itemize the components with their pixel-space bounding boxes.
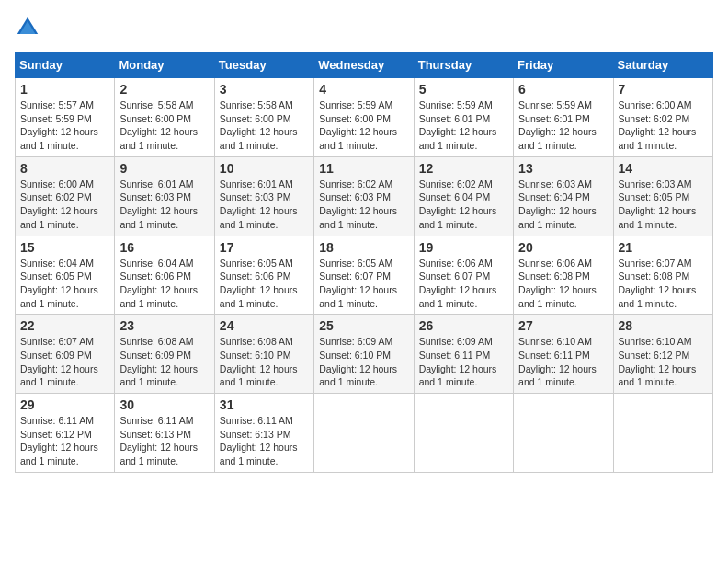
day-number: 4 [319, 82, 408, 97]
day-detail: Sunrise: 6:00 AMSunset: 6:02 PMDaylight:… [20, 178, 98, 230]
day-detail: Sunrise: 5:58 AMSunset: 6:00 PMDaylight:… [119, 99, 198, 151]
day-detail: Sunrise: 5:59 AMSunset: 6:01 PMDaylight:… [419, 99, 497, 151]
day-detail: Sunrise: 6:10 AMSunset: 6:11 PMDaylight:… [518, 336, 597, 387]
day-number: 6 [518, 82, 608, 97]
calendar-cell: 28 Sunrise: 6:10 AMSunset: 6:12 PMDaylig… [613, 315, 712, 394]
day-number: 30 [119, 397, 209, 412]
day-number: 27 [518, 318, 608, 333]
day-detail: Sunrise: 6:05 AMSunset: 6:07 PMDaylight:… [319, 258, 397, 309]
calendar-cell: 29 Sunrise: 6:11 AMSunset: 6:12 PMDaylig… [16, 394, 115, 473]
calendar-week-5: 29 Sunrise: 6:11 AMSunset: 6:12 PMDaylig… [16, 394, 713, 473]
calendar-cell: 19 Sunrise: 6:06 AMSunset: 6:07 PMDaylig… [414, 236, 513, 315]
day-number: 3 [220, 82, 309, 97]
day-detail: Sunrise: 6:06 AMSunset: 6:07 PMDaylight:… [419, 258, 497, 309]
calendar-cell: 21 Sunrise: 6:07 AMSunset: 6:08 PMDaylig… [613, 236, 712, 315]
page-header [15, 15, 713, 40]
day-detail: Sunrise: 6:08 AMSunset: 6:09 PMDaylight:… [119, 336, 198, 387]
day-number: 23 [119, 318, 209, 333]
calendar-cell: 14 Sunrise: 6:03 AMSunset: 6:05 PMDaylig… [613, 156, 712, 236]
weekday-header-sunday: Sunday [16, 52, 115, 78]
calendar-cell [314, 394, 414, 473]
calendar-cell: 10 Sunrise: 6:01 AMSunset: 6:03 PMDaylig… [214, 156, 313, 236]
day-number: 19 [419, 240, 508, 255]
day-detail: Sunrise: 5:59 AMSunset: 6:01 PMDaylight:… [518, 99, 597, 151]
logo [15, 15, 44, 40]
day-detail: Sunrise: 5:58 AMSunset: 6:00 PMDaylight:… [220, 99, 298, 151]
day-number: 5 [419, 82, 508, 97]
calendar-cell: 13 Sunrise: 6:03 AMSunset: 6:04 PMDaylig… [514, 156, 613, 236]
day-detail: Sunrise: 6:09 AMSunset: 6:11 PMDaylight:… [419, 336, 497, 387]
day-detail: Sunrise: 6:04 AMSunset: 6:05 PMDaylight:… [20, 258, 98, 309]
calendar-cell [514, 394, 613, 473]
day-detail: Sunrise: 5:57 AMSunset: 5:59 PMDaylight:… [20, 99, 98, 151]
calendar-cell: 30 Sunrise: 6:11 AMSunset: 6:13 PMDaylig… [115, 394, 214, 473]
day-number: 20 [518, 240, 608, 255]
day-detail: Sunrise: 5:59 AMSunset: 6:00 PMDaylight:… [319, 99, 397, 151]
day-number: 14 [619, 161, 708, 176]
calendar-cell: 27 Sunrise: 6:10 AMSunset: 6:11 PMDaylig… [514, 315, 613, 394]
calendar-week-4: 22 Sunrise: 6:07 AMSunset: 6:09 PMDaylig… [16, 315, 713, 394]
weekday-header-wednesday: Wednesday [314, 52, 414, 78]
day-number: 11 [319, 161, 408, 176]
calendar-cell: 20 Sunrise: 6:06 AMSunset: 6:08 PMDaylig… [514, 236, 613, 315]
calendar-week-3: 15 Sunrise: 6:04 AMSunset: 6:05 PMDaylig… [16, 236, 713, 315]
weekday-header-row: SundayMondayTuesdayWednesdayThursdayFrid… [16, 52, 713, 78]
day-number: 13 [518, 161, 608, 176]
day-number: 9 [119, 161, 209, 176]
day-detail: Sunrise: 6:07 AMSunset: 6:09 PMDaylight:… [20, 336, 98, 387]
calendar-week-2: 8 Sunrise: 6:00 AMSunset: 6:02 PMDayligh… [16, 156, 713, 236]
day-detail: Sunrise: 6:06 AMSunset: 6:08 PMDaylight:… [518, 258, 597, 309]
calendar-cell: 8 Sunrise: 6:00 AMSunset: 6:02 PMDayligh… [16, 156, 115, 236]
day-detail: Sunrise: 6:11 AMSunset: 6:13 PMDaylight:… [119, 415, 198, 466]
day-detail: Sunrise: 6:02 AMSunset: 6:04 PMDaylight:… [419, 178, 497, 230]
calendar-cell: 15 Sunrise: 6:04 AMSunset: 6:05 PMDaylig… [16, 236, 115, 315]
weekday-header-monday: Monday [115, 52, 214, 78]
calendar-cell: 6 Sunrise: 5:59 AMSunset: 6:01 PMDayligh… [514, 78, 613, 157]
day-detail: Sunrise: 6:11 AMSunset: 6:13 PMDaylight:… [220, 415, 298, 466]
day-number: 16 [119, 240, 209, 255]
day-number: 12 [419, 161, 508, 176]
calendar-cell: 16 Sunrise: 6:04 AMSunset: 6:06 PMDaylig… [115, 236, 214, 315]
day-detail: Sunrise: 6:03 AMSunset: 6:04 PMDaylight:… [518, 178, 597, 230]
day-number: 17 [220, 240, 309, 255]
day-number: 31 [220, 397, 309, 412]
calendar-cell: 18 Sunrise: 6:05 AMSunset: 6:07 PMDaylig… [314, 236, 414, 315]
day-number: 24 [220, 318, 309, 333]
day-detail: Sunrise: 6:07 AMSunset: 6:08 PMDaylight:… [619, 258, 697, 309]
day-detail: Sunrise: 6:09 AMSunset: 6:10 PMDaylight:… [319, 336, 397, 387]
day-detail: Sunrise: 6:00 AMSunset: 6:02 PMDaylight:… [619, 99, 697, 151]
calendar-cell: 2 Sunrise: 5:58 AMSunset: 6:00 PMDayligh… [115, 78, 214, 157]
day-number: 7 [619, 82, 708, 97]
day-detail: Sunrise: 6:02 AMSunset: 6:03 PMDaylight:… [319, 178, 397, 230]
calendar-week-1: 1 Sunrise: 5:57 AMSunset: 5:59 PMDayligh… [16, 78, 713, 157]
calendar-cell: 31 Sunrise: 6:11 AMSunset: 6:13 PMDaylig… [214, 394, 313, 473]
day-detail: Sunrise: 6:11 AMSunset: 6:12 PMDaylight:… [20, 415, 98, 466]
day-number: 21 [619, 240, 708, 255]
calendar-cell: 3 Sunrise: 5:58 AMSunset: 6:00 PMDayligh… [214, 78, 313, 157]
day-number: 28 [619, 318, 708, 333]
calendar-cell: 26 Sunrise: 6:09 AMSunset: 6:11 PMDaylig… [414, 315, 513, 394]
calendar-cell: 24 Sunrise: 6:08 AMSunset: 6:10 PMDaylig… [214, 315, 313, 394]
calendar-cell: 12 Sunrise: 6:02 AMSunset: 6:04 PMDaylig… [414, 156, 513, 236]
day-detail: Sunrise: 6:03 AMSunset: 6:05 PMDaylight:… [619, 178, 697, 230]
day-detail: Sunrise: 6:10 AMSunset: 6:12 PMDaylight:… [619, 336, 697, 387]
calendar-cell: 23 Sunrise: 6:08 AMSunset: 6:09 PMDaylig… [115, 315, 214, 394]
calendar-cell: 9 Sunrise: 6:01 AMSunset: 6:03 PMDayligh… [115, 156, 214, 236]
weekday-header-saturday: Saturday [613, 52, 712, 78]
calendar-cell: 4 Sunrise: 5:59 AMSunset: 6:00 PMDayligh… [314, 78, 414, 157]
day-detail: Sunrise: 6:08 AMSunset: 6:10 PMDaylight:… [220, 336, 298, 387]
calendar-cell [613, 394, 712, 473]
calendar-cell: 11 Sunrise: 6:02 AMSunset: 6:03 PMDaylig… [314, 156, 414, 236]
day-number: 8 [20, 161, 109, 176]
weekday-header-friday: Friday [514, 52, 613, 78]
day-detail: Sunrise: 6:01 AMSunset: 6:03 PMDaylight:… [119, 178, 198, 230]
day-number: 22 [20, 318, 109, 333]
calendar-cell: 17 Sunrise: 6:05 AMSunset: 6:06 PMDaylig… [214, 236, 313, 315]
day-number: 2 [119, 82, 209, 97]
day-number: 1 [20, 82, 109, 97]
day-number: 29 [20, 397, 109, 412]
day-number: 25 [319, 318, 408, 333]
day-detail: Sunrise: 6:01 AMSunset: 6:03 PMDaylight:… [220, 178, 298, 230]
logo-icon [15, 15, 40, 40]
calendar-cell: 7 Sunrise: 6:00 AMSunset: 6:02 PMDayligh… [613, 78, 712, 157]
